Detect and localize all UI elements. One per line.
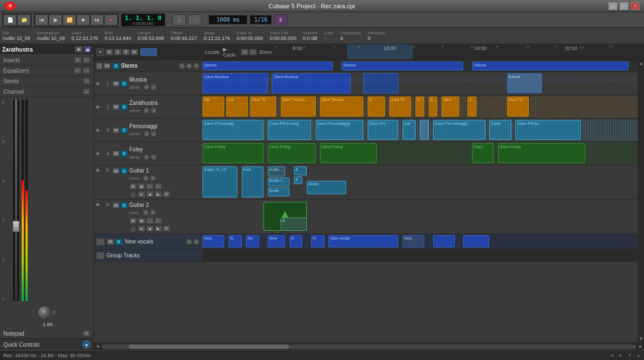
tempo-display[interactable]: 1000 ms <box>209 15 247 24</box>
metronome-button[interactable]: ♩ <box>173 14 186 26</box>
track-6-solo[interactable]: S <box>120 202 128 209</box>
track-4-circle-1[interactable]: ○ <box>143 154 150 160</box>
vertical-scrollbar[interactable]: ▲ ▼ <box>637 60 644 342</box>
cycle-button[interactable]: 🔁 <box>63 14 76 26</box>
track-3-solo[interactable]: S <box>120 127 128 134</box>
record-button[interactable]: ● <box>104 14 118 26</box>
eq-left-btn[interactable]: ← <box>74 67 82 74</box>
track-4-circle-2[interactable]: ○ <box>150 154 157 160</box>
zoom-out-btn[interactable]: - <box>249 49 257 55</box>
snap-display[interactable]: 1/16 <box>250 15 272 24</box>
close-button[interactable]: ✕ <box>631 2 640 10</box>
new-button[interactable]: 📄 <box>3 14 17 26</box>
quick-controls-btn[interactable]: ● <box>83 341 90 348</box>
color-picker-btn[interactable] <box>140 48 157 56</box>
clip-musica-2[interactable]: Zara Musica <box>272 73 350 93</box>
punch-in-button[interactable]: → <box>188 14 201 26</box>
track-4-arrow[interactable]: ▶ <box>97 151 103 156</box>
track-6-circle-1[interactable]: ○ <box>143 209 149 216</box>
view-btn-1[interactable]: M <box>105 49 113 55</box>
track-6-r-btn[interactable]: R <box>129 217 137 224</box>
clip-g1-3[interactable]: Audio Abc <box>268 166 285 176</box>
track-6-extra-3[interactable]: ⊙ <box>163 225 170 232</box>
notepad-expand-btn[interactable]: ≡ <box>83 330 90 337</box>
track-2-solo[interactable]: S <box>120 104 128 110</box>
track-3-arrow[interactable]: ▶ <box>97 128 103 133</box>
track-1-circle-2[interactable]: ○ <box>150 84 157 90</box>
track-6-circle-2[interactable]: ○ <box>150 209 156 216</box>
clip-voc-1[interactable]: New <box>202 235 224 247</box>
track-5-pan[interactable]: ○ <box>129 191 137 199</box>
stems-solo-btn[interactable]: S <box>112 63 120 69</box>
mixer-button[interactable]: 🎚 <box>274 14 287 26</box>
scroll-left-btn[interactable]: ◄ <box>95 344 100 349</box>
track-4-solo[interactable]: S <box>120 150 128 157</box>
clip-g1-6[interactable]: A <box>294 166 307 175</box>
track-5-circle-1[interactable]: ○ <box>143 175 149 181</box>
stems-circle-2[interactable]: ○ <box>186 63 192 69</box>
eq-right-btn[interactable]: → <box>83 67 90 74</box>
track-6-arrow[interactable]: ▶ <box>97 202 103 207</box>
track-7-circle-1[interactable]: ○ <box>186 239 192 245</box>
clip-voc-7[interactable]: New vocals <box>328 235 398 247</box>
scroll-right-btn[interactable]: ► <box>638 344 643 349</box>
clip-musica-1[interactable]: Zara Musica <box>202 73 268 93</box>
track-5-left-btn[interactable]: ← <box>146 183 154 190</box>
track-6-w-btn[interactable]: W <box>138 217 145 224</box>
stems-clip-1[interactable]: Stems <box>202 62 333 70</box>
clip-voc-8[interactable]: New <box>403 235 424 247</box>
clip-g1-5[interactable]: Audio <box>268 187 290 196</box>
track-2-circle-1[interactable]: ○ <box>143 107 150 114</box>
view-btn-2[interactable]: S <box>114 49 121 55</box>
status-zoom-up[interactable]: ▲ <box>636 353 641 358</box>
clip-g1-8[interactable]: Audio <box>307 181 346 194</box>
status-zoom-down[interactable]: ▼ <box>627 353 632 358</box>
clip-g1-4[interactable]: Audio 10_18 <box>268 178 290 186</box>
track-4-mute[interactable]: M <box>112 150 120 157</box>
track-7-mute[interactable]: M <box>107 239 114 245</box>
view-btn-3[interactable]: R <box>122 49 130 55</box>
clip-voc-3[interactable]: Na <box>246 235 259 247</box>
track-3-circle-2[interactable]: ○ <box>150 130 157 137</box>
view-btn-4[interactable]: W <box>130 49 138 55</box>
clip-voc-4[interactable]: New <box>268 235 285 247</box>
status-scroll-right[interactable]: ► <box>618 353 623 358</box>
channel-btn[interactable]: i <box>83 88 90 95</box>
track-2-arrow[interactable]: ▶ <box>97 104 103 109</box>
track-5-w-btn[interactable]: W <box>138 183 145 190</box>
track-5-extra-1[interactable]: ◄ <box>146 191 154 197</box>
clip-g1-2[interactable]: Audi <box>242 166 263 197</box>
status-scroll-left[interactable]: ◄ <box>610 353 614 358</box>
volume-fader[interactable] <box>12 99 20 302</box>
clip-musica-4[interactable]: Bassk <box>507 73 542 93</box>
track-7-solo[interactable]: S <box>115 239 123 245</box>
open-button[interactable]: 📁 <box>17 14 31 26</box>
fast-forward-button[interactable]: ⏭ <box>90 14 104 26</box>
track-1-circle-1[interactable]: ○ <box>143 84 150 90</box>
stop-button[interactable]: ■ <box>77 14 90 26</box>
channel-expand-btn[interactable]: ▶ <box>75 46 83 53</box>
sends-btn[interactable]: → <box>83 78 90 84</box>
track-5-right-btn[interactable]: → <box>154 183 162 190</box>
clip-voc-6[interactable]: N <box>311 235 324 247</box>
stems-circle-1[interactable]: ○ <box>179 63 185 69</box>
channel-color-btn[interactable]: ■ <box>84 46 92 53</box>
track-1-solo[interactable]: S <box>120 80 128 87</box>
scroll-thumb[interactable] <box>129 344 289 349</box>
inserts-right-btn[interactable]: → <box>83 57 90 63</box>
track-6-e-btn[interactable]: e <box>138 225 145 232</box>
track-6-left-btn[interactable]: ← <box>146 217 154 224</box>
stems-right-btn[interactable]: → <box>193 63 200 69</box>
clip-g1-1[interactable]: Audio 10_14 <box>202 166 237 197</box>
pan-knob[interactable] <box>38 306 50 318</box>
track-6-right-btn[interactable]: → <box>154 217 162 224</box>
clip-musica-3[interactable] <box>363 73 398 93</box>
clip-voc-9[interactable] <box>433 235 455 247</box>
track-2-mute[interactable]: M <box>112 104 120 110</box>
track-5-mute[interactable]: M <box>112 168 120 174</box>
track-6-mute[interactable]: M <box>112 202 120 209</box>
track-5-solo[interactable]: S <box>120 168 128 174</box>
track-6-pan[interactable]: ○ <box>129 225 137 233</box>
horizontal-scrollbar[interactable]: ◄ ► <box>94 342 644 350</box>
stems-clip-2[interactable]: Stems <box>342 62 464 70</box>
